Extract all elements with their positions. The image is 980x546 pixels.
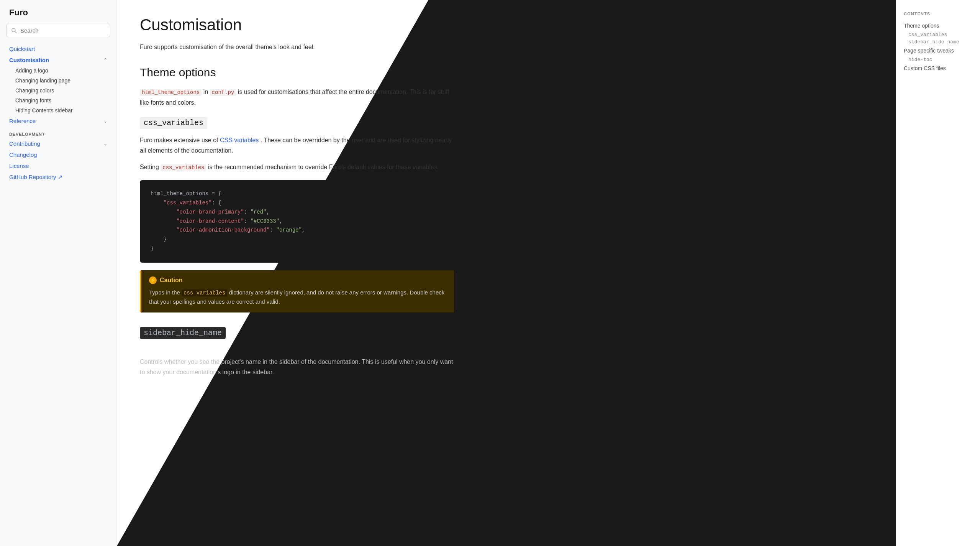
sidebar-item-reference[interactable]: Reference ⌄ xyxy=(3,115,113,127)
toc-label: CONTENTS xyxy=(904,12,972,16)
sidebar-item-license[interactable]: License xyxy=(3,160,113,171)
theme-options-intro: html_theme_options in conf.py is used fo… xyxy=(140,87,454,108)
html-theme-options-code: html_theme_options xyxy=(140,89,202,96)
sidebar-item-changelog[interactable]: Changelog xyxy=(3,149,113,160)
css-variables-body2: Setting css_variables is the recommended… xyxy=(140,162,454,173)
chevron-up-icon: ⌃ xyxy=(103,58,107,63)
toc-sub-sidebar-hide-name[interactable]: sidebar_hide_name xyxy=(904,38,972,46)
caution-box: ⚡ Caution Typos in the css_variables dic… xyxy=(140,270,454,312)
sidebar-item-contributing[interactable]: Contributing ⌄ xyxy=(3,138,113,149)
content-area: Customisation Furo supports customisatio… xyxy=(117,0,896,546)
conf-py-code: conf.py xyxy=(210,89,236,96)
svg-line-1 xyxy=(15,31,16,33)
chevron-down-icon-2: ⌄ xyxy=(103,141,107,146)
main-content-area: Customisation Furo supports customisatio… xyxy=(117,0,980,546)
css-variables-body1: Furo makes extensive use of CSS variable… xyxy=(140,135,454,156)
search-icon xyxy=(11,28,17,34)
toc-item-theme-options[interactable]: Theme options xyxy=(904,21,972,31)
sidebar-hide-name-heading: sidebar_hide_name xyxy=(140,327,226,339)
search-box[interactable] xyxy=(6,24,110,37)
development-section-label: DEVELOPMENT xyxy=(3,127,113,138)
code-block: html_theme_options = { "css_variables": … xyxy=(140,180,454,263)
sidebar-sub-hiding-contents[interactable]: Hiding Contents sidebar xyxy=(3,105,113,115)
sidebar-item-quickstart[interactable]: Quickstart xyxy=(3,43,113,54)
caution-icon: ⚡ xyxy=(149,276,157,284)
sidebar-sub-changing-landing[interactable]: Changing landing page xyxy=(3,76,113,86)
sidebar-sub-adding-logo[interactable]: Adding a logo xyxy=(3,66,113,76)
brand-title: Furo xyxy=(0,0,116,24)
css-variables-inline-code: css_variables xyxy=(161,164,206,171)
caution-header: ⚡ Caution xyxy=(149,276,446,284)
sidebar-sub-changing-colors[interactable]: Changing colors xyxy=(3,86,113,95)
css-variables-heading: css_variables xyxy=(140,117,207,129)
toc-sub-hide-toc[interactable]: hide-toc xyxy=(904,56,972,63)
sidebar-hide-name-section: sidebar_hide_name Controls whether you s… xyxy=(140,324,454,377)
page-title: Customisation xyxy=(140,15,454,35)
search-input[interactable] xyxy=(20,27,105,34)
toc-item-page-specific[interactable]: Page specific tweaks xyxy=(904,46,972,56)
sidebar-item-github[interactable]: GitHub Repository ↗ xyxy=(3,171,113,183)
search-wrapper xyxy=(0,24,116,43)
theme-options-heading: Theme options xyxy=(140,66,454,79)
caution-label: Caution xyxy=(160,277,183,284)
sidebar: Furo Quickstart Customisation ⌃ Adding a… xyxy=(0,0,117,546)
sidebar-nav: Quickstart Customisation ⌃ Adding a logo… xyxy=(0,43,116,183)
toc-item-custom-css[interactable]: Custom CSS files xyxy=(904,63,972,74)
intro-paragraph: Furo supports customisation of the overa… xyxy=(140,42,454,52)
toc-sub-css-variables[interactable]: css_variables xyxy=(904,31,972,38)
chevron-down-icon: ⌄ xyxy=(103,118,107,124)
sidebar-sub-changing-fonts[interactable]: Changing fonts xyxy=(3,95,113,105)
caution-text: Typos in the css_variables dictionary ar… xyxy=(149,288,446,306)
caution-code-inline: css_variables xyxy=(182,289,227,296)
sidebar-hide-name-body: Controls whether you see the project's n… xyxy=(140,357,454,377)
table-of-contents: CONTENTS Theme options css_variables sid… xyxy=(896,0,980,546)
css-variables-link[interactable]: CSS variables xyxy=(220,137,259,143)
sidebar-item-customisation[interactable]: Customisation ⌃ xyxy=(3,54,113,66)
content-inner: Customisation Furo supports customisatio… xyxy=(140,15,454,377)
